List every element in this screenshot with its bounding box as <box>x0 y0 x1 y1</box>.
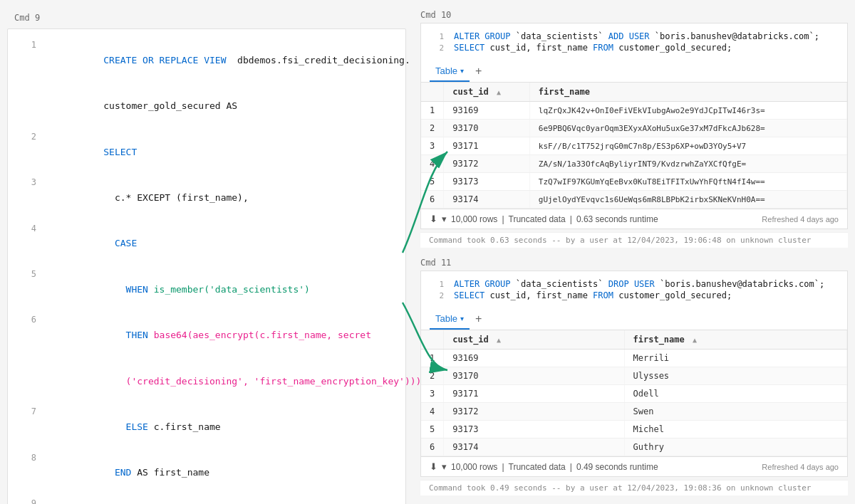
row-num: 4 <box>421 155 444 173</box>
code-line-6b: ('credit_decisioning', 'first_name_encry… <box>8 359 405 404</box>
cell-first-name: Michel <box>624 421 846 439</box>
table-row: 1 93169 lqZrQxJK42v+OnI0eFiVEkVIubgAwo2e… <box>421 102 847 120</box>
result-top-cmd11: 1 ALTER GROUP `data_scientists` DROP USE… <box>421 271 847 308</box>
line-num-2: 2 <box>19 130 36 174</box>
table-tab-2[interactable]: Table ▾ <box>430 309 470 330</box>
col-rownum-1 <box>421 83 444 102</box>
sql-code-cmd10: 1 ALTER GROUP `data_scientists` ADD USER… <box>430 28 839 56</box>
cell-first-name: Swen <box>624 403 846 421</box>
sort-icon-fname-2: ▲ <box>693 336 697 344</box>
code-content-1b: customer_gold_secured AS <box>48 84 394 128</box>
cell-first-name: ZA/sN/1a33OfcAqByliyrINT9/KvdzrwhZaYXCfQ… <box>529 155 846 173</box>
row-num: 5 <box>421 173 444 191</box>
row-num: 3 <box>421 385 444 403</box>
table-row: 4 93172 ZA/sN/1a33OfcAqByliyrINT9/Kvdzrw… <box>421 155 847 173</box>
cell-cust-id: 93172 <box>444 403 624 421</box>
code-content-7: ELSE c.first_name <box>48 405 394 449</box>
line-num-9: 9 <box>19 497 36 504</box>
left-panel: Cmd 9 1 CREATE OR REPLACE VIEW dbdemos.f… <box>0 0 413 504</box>
footer-right-2: Refreshed 4 days ago <box>762 463 839 471</box>
code-content-6b: ('credit_decisioning', 'first_name_encry… <box>48 359 421 404</box>
cell-first-name: Merrili <box>624 350 846 367</box>
add-tab-button-2[interactable]: + <box>470 308 487 330</box>
table-row: 3 93171 ksF//B/c1T752jrqG0mC7n8p/ES3p6XP… <box>421 137 847 155</box>
cmd9-label: Cmd 9 <box>0 7 413 26</box>
chevron-down-icon-footer-1[interactable]: ▾ <box>442 214 447 224</box>
row-count-1: 10,000 rows <box>451 214 497 224</box>
line-num-7: 7 <box>19 405 36 449</box>
code-line-9: 9 FROM <box>8 496 405 504</box>
right-panel: Cmd 10 1 ALTER GROUP `data_scientists` A… <box>413 0 855 504</box>
line-num-1: 1 <box>19 38 36 83</box>
cell-cust-id: 93170 <box>444 367 624 385</box>
code-line-1: 1 CREATE OR REPLACE VIEW dbdemos.fsi_cre… <box>8 38 405 83</box>
cell-cust-id: 93171 <box>444 137 530 155</box>
download-icon-1[interactable]: ⬇ <box>430 214 437 224</box>
cell-first-name: lqZrQxJK42v+OnI0eFiVEkVIubgAwo2e9YdJCpIT… <box>529 102 846 120</box>
code-line-3: 3 c.* EXCEPT (first_name), <box>8 175 405 221</box>
chevron-down-icon-2: ▾ <box>460 315 464 322</box>
code-content-1: CREATE OR REPLACE VIEW dbdemos.fsi_credi… <box>48 38 410 83</box>
row-num: 1 <box>421 102 444 120</box>
chevron-down-icon-1: ▾ <box>460 67 464 75</box>
table-tabs-2: Table ▾ + <box>421 308 847 330</box>
code-line-8: 8 END AS first_name <box>8 451 405 496</box>
table-row: 5 93173 Michel <box>421 421 847 439</box>
table-tabs-1: Table ▾ + <box>421 61 847 83</box>
table-tab-label-1: Table <box>435 65 457 76</box>
table-row: 3 93171 Odell <box>421 385 847 403</box>
code-line-2: 2 SELECT <box>8 130 405 175</box>
cell-cust-id: 93174 <box>444 439 624 456</box>
row-num: 2 <box>421 120 444 137</box>
table-tab-1[interactable]: Table ▾ <box>430 61 470 82</box>
code-line-5: 5 WHEN is_member('data_scientists') <box>8 267 405 313</box>
row-num: 6 <box>421 191 444 209</box>
table-row: 2 93170 6e9PBQ6Vqc0yarOqm3EXyxAXoHu5uxGe… <box>421 120 847 137</box>
line-num-4: 4 <box>19 222 36 266</box>
runtime-1: 0.63 seconds runtime <box>576 214 658 224</box>
table-row: 2 93170 Ulysses <box>421 367 847 385</box>
sql-line-cmd10-1: 1 ALTER GROUP `data_scientists` ADD USER… <box>430 31 839 42</box>
line-num-8: 8 <box>19 451 36 495</box>
table-row: 6 93174 Guthry <box>421 439 847 456</box>
result-section-cmd11: 1 ALTER GROUP `data_scientists` DROP USE… <box>420 271 848 477</box>
chevron-down-icon-footer-2[interactable]: ▾ <box>442 461 447 472</box>
cell-first-name: Ulysses <box>624 367 846 385</box>
col-rownum-2 <box>421 330 444 350</box>
cell-cust-id: 93169 <box>444 350 624 367</box>
cell-cust-id: 93169 <box>444 102 530 120</box>
sort-icon-cust-2: ▲ <box>497 336 501 344</box>
runtime-2: 0.49 seconds runtime <box>576 462 658 472</box>
code-content-6: THEN base64(aes_encrypt(c.first_name, se… <box>48 313 394 357</box>
col-first-name-2[interactable]: first_name ▲ <box>624 330 846 350</box>
row-num: 5 <box>421 421 444 439</box>
cell-first-name: ksF//B/c1T752jrqG0mC7n8p/ES3p6XP+owD3YOy… <box>529 137 846 155</box>
truncated-1: Truncated data <box>509 214 566 224</box>
row-num: 4 <box>421 403 444 421</box>
code-content-2: SELECT <box>48 130 394 174</box>
table-footer-2: ⬇ ▾ 10,000 rows | Truncated data | 0.49 … <box>421 456 847 476</box>
sql-line-cmd10-2: 2 SELECT cust_id, first_name FROM custom… <box>430 42 839 53</box>
code-line-7: 7 ELSE c.first_name <box>8 404 405 450</box>
cell-first-name: TzQ7wIF97KGUmYqEeBvx0KuT8EiTFITxUwYhFQft… <box>529 173 846 191</box>
cmd10-status: Command took 0.63 seconds -- by a user a… <box>420 232 848 248</box>
code-line-1b: customer_gold_secured AS <box>8 83 405 129</box>
code-content-9: FROM <box>48 497 394 504</box>
download-icon-2[interactable]: ⬇ <box>430 461 437 472</box>
result-section-cmd10: 1 ALTER GROUP `data_scientists` ADD USER… <box>420 23 848 229</box>
sql-code-cmd11: 1 ALTER GROUP `data_scientists` DROP USE… <box>430 275 839 304</box>
col-cust-id-1[interactable]: cust_id ▲ <box>444 83 530 102</box>
table-tab-label-2: Table <box>435 313 457 324</box>
row-num: 3 <box>421 137 444 155</box>
line-num-5: 5 <box>19 268 36 312</box>
cell-cust-id: 93174 <box>444 191 530 209</box>
row-count-2: 10,000 rows <box>451 462 497 472</box>
col-cust-id-2[interactable]: cust_id ▲ <box>444 330 624 350</box>
cell-first-name: gUjelOydYEvqvc1s6UeWqs6mR8LBPbK2irbxSKNe… <box>529 191 846 209</box>
cell-cust-id: 93171 <box>444 385 624 403</box>
col-first-name-1[interactable]: first_name <box>529 83 846 102</box>
table-row: 6 93174 gUjelOydYEvqvc1s6UeWqs6mR8LBPbK2… <box>421 191 847 209</box>
add-tab-button-1[interactable]: + <box>470 61 487 82</box>
cmd11-status: Command took 0.49 seconds -- by a user a… <box>420 480 848 495</box>
cmd10-section: Cmd 10 1 ALTER GROUP `data_scientists` A… <box>420 6 848 248</box>
